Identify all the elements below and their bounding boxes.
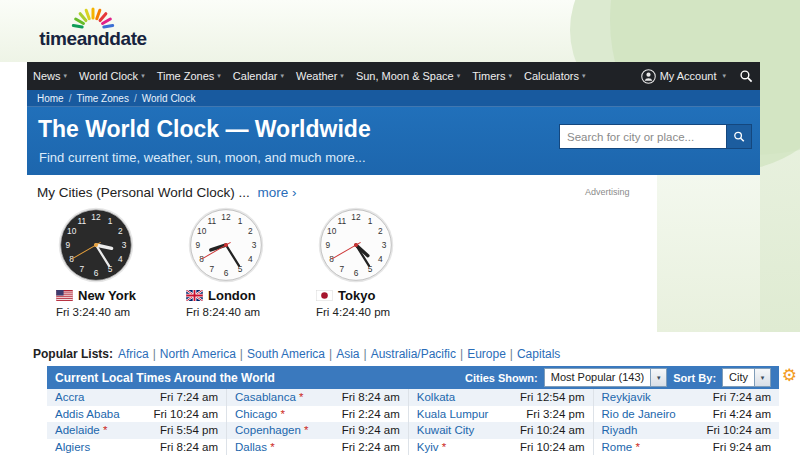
chevron-down-icon: ▾ bbox=[754, 369, 770, 386]
nav-item-world-clock[interactable]: World Clock▾ bbox=[73, 62, 151, 90]
site-logo[interactable]: timeanddate bbox=[28, 5, 158, 50]
table-row: Addis AbabaFri 10:24 amChicago *Fri 2:24… bbox=[47, 406, 779, 423]
nav-item-time-zones[interactable]: Time Zones▾ bbox=[151, 62, 227, 90]
my-cities-section: Advertising My Cities (Personal World Cl… bbox=[27, 175, 760, 332]
nav-item-sun-moon-space[interactable]: Sun, Moon & Space▾ bbox=[350, 62, 466, 90]
nav-item-calendar[interactable]: Calendar▾ bbox=[227, 62, 290, 90]
svg-text:2: 2 bbox=[378, 226, 383, 236]
svg-text:4: 4 bbox=[118, 254, 123, 264]
popular-lists-label: Popular Lists: bbox=[33, 347, 113, 361]
svg-text:3: 3 bbox=[382, 240, 387, 250]
popular-list-link[interactable]: Australia/Pacific bbox=[371, 347, 456, 361]
analog-clock-new-york[interactable]: 123456789101112 bbox=[58, 207, 134, 283]
breadcrumb-link[interactable]: World Clock bbox=[142, 93, 196, 104]
city-link[interactable]: Adelaide bbox=[55, 424, 100, 436]
city-cell: Adelaide * bbox=[47, 422, 142, 439]
city-link[interactable]: Casablanca bbox=[235, 391, 296, 403]
svg-text:4: 4 bbox=[248, 254, 253, 264]
city-link[interactable]: Rio de Janeiro bbox=[602, 408, 676, 420]
nav-item-calculators[interactable]: Calculators▾ bbox=[518, 62, 592, 90]
dst-asterisk: * bbox=[100, 424, 108, 436]
city-cell: Kyiv * bbox=[408, 439, 508, 455]
svg-text:7: 7 bbox=[210, 264, 215, 274]
search-icon bbox=[733, 130, 745, 143]
table-row: AlgiersFri 8:24 amDallas *Fri 2:24 amKyi… bbox=[47, 439, 779, 455]
city-cell: Reykjavik bbox=[593, 389, 695, 406]
svg-text:6: 6 bbox=[94, 268, 99, 278]
city-link[interactable]: Reykjavik bbox=[602, 391, 651, 403]
popular-list-link[interactable]: Africa bbox=[118, 347, 149, 361]
cities-shown-select[interactable]: Most Popular (143) ▾ bbox=[544, 368, 668, 387]
clock-card-london: 123456789101112 London Fri 8:24:40 am bbox=[161, 207, 291, 318]
nav-item-timers[interactable]: Timers▾ bbox=[466, 62, 518, 90]
city-link[interactable]: Rome bbox=[602, 441, 633, 453]
city-link[interactable]: Kyiv bbox=[417, 441, 439, 453]
city-link[interactable]: Kolkata bbox=[417, 391, 455, 403]
nav-item-news[interactable]: News▾ bbox=[27, 62, 73, 90]
svg-text:2: 2 bbox=[248, 226, 253, 236]
nav-my-account[interactable]: My Account ▾ bbox=[635, 62, 732, 90]
city-cell: Addis Ababa bbox=[47, 406, 142, 423]
svg-text:2: 2 bbox=[118, 226, 123, 236]
list-separator: | bbox=[240, 347, 243, 361]
svg-text:6: 6 bbox=[354, 268, 359, 278]
settings-gear-icon[interactable]: ⚙ bbox=[782, 367, 797, 384]
dst-asterisk: * bbox=[267, 441, 275, 453]
analog-clock-tokyo[interactable]: 123456789101112 bbox=[318, 207, 394, 283]
popular-list-link[interactable]: North America bbox=[160, 347, 236, 361]
city-time: Fri 10:24 am bbox=[508, 439, 593, 455]
city-link[interactable]: Kuwait City bbox=[417, 424, 475, 436]
nav-item-label: News bbox=[33, 70, 61, 82]
nav-search-button[interactable] bbox=[732, 62, 760, 90]
dst-asterisk: * bbox=[301, 424, 309, 436]
clock-time: Fri 8:24:40 am bbox=[161, 306, 291, 318]
ad-slot bbox=[657, 175, 760, 332]
list-separator: | bbox=[510, 347, 513, 361]
city-link[interactable]: Riyadh bbox=[602, 424, 638, 436]
popular-list-link[interactable]: Capitals bbox=[517, 347, 560, 361]
chevron-down-icon: ▾ bbox=[582, 72, 586, 80]
nav-item-weather[interactable]: Weather▾ bbox=[290, 62, 350, 90]
chevron-down-icon: ▾ bbox=[64, 72, 68, 80]
city-link[interactable]: Accra bbox=[55, 391, 84, 403]
list-separator: | bbox=[153, 347, 156, 361]
popular-list-link[interactable]: Asia bbox=[336, 347, 359, 361]
city-link[interactable]: Algiers bbox=[55, 441, 90, 453]
analog-clock-london[interactable]: 123456789101112 bbox=[188, 207, 264, 283]
cities-shown-value: Most Popular (143) bbox=[545, 369, 651, 386]
my-cities-heading: My Cities (Personal World Clock) ... mor… bbox=[37, 185, 297, 200]
chevron-down-icon: ▾ bbox=[340, 72, 344, 80]
city-time: Fri 12:54 pm bbox=[508, 389, 593, 406]
list-separator: | bbox=[364, 347, 367, 361]
city-time: Fri 3:24 pm bbox=[508, 406, 593, 423]
dst-asterisk: * bbox=[439, 441, 447, 453]
uk-flag-icon bbox=[186, 290, 203, 301]
times-table-body: AccraFri 7:24 amCasablanca *Fri 8:24 amK… bbox=[47, 389, 779, 455]
city-time: Fri 2:24 am bbox=[328, 406, 409, 423]
clock-city-link[interactable]: Tokyo bbox=[338, 288, 375, 303]
popular-list-link[interactable]: South America bbox=[247, 347, 325, 361]
city-link[interactable]: Kuala Lumpur bbox=[417, 408, 489, 420]
city-link[interactable]: Copenhagen bbox=[235, 424, 301, 436]
svg-text:11: 11 bbox=[338, 216, 347, 226]
city-link[interactable]: Addis Ababa bbox=[55, 408, 120, 420]
breadcrumb-link[interactable]: Home bbox=[37, 93, 64, 104]
city-link[interactable]: Chicago bbox=[235, 408, 277, 420]
svg-text:12: 12 bbox=[351, 212, 361, 222]
chevron-down-icon: ▾ bbox=[280, 72, 284, 80]
city-search-button[interactable] bbox=[727, 124, 752, 149]
city-cell: Copenhagen * bbox=[227, 422, 328, 439]
clock-city-link[interactable]: London bbox=[208, 288, 256, 303]
city-cell: Riyadh bbox=[593, 422, 695, 439]
breadcrumb: Home/Time Zones/World Clock bbox=[27, 90, 760, 107]
city-search-input[interactable] bbox=[559, 124, 727, 149]
city-link[interactable]: Dallas bbox=[235, 441, 267, 453]
more-link[interactable]: more › bbox=[258, 185, 297, 200]
main-nav: News▾World Clock▾Time Zones▾Calendar▾Wea… bbox=[27, 62, 760, 90]
breadcrumb-link[interactable]: Time Zones bbox=[76, 93, 128, 104]
city-time: Fri 7:24 am bbox=[695, 389, 779, 406]
clock-city-link[interactable]: New York bbox=[78, 288, 136, 303]
sort-by-select[interactable]: City ▾ bbox=[722, 368, 771, 387]
popular-list-link[interactable]: Europe bbox=[467, 347, 506, 361]
city-cell: Rome * bbox=[593, 439, 695, 455]
